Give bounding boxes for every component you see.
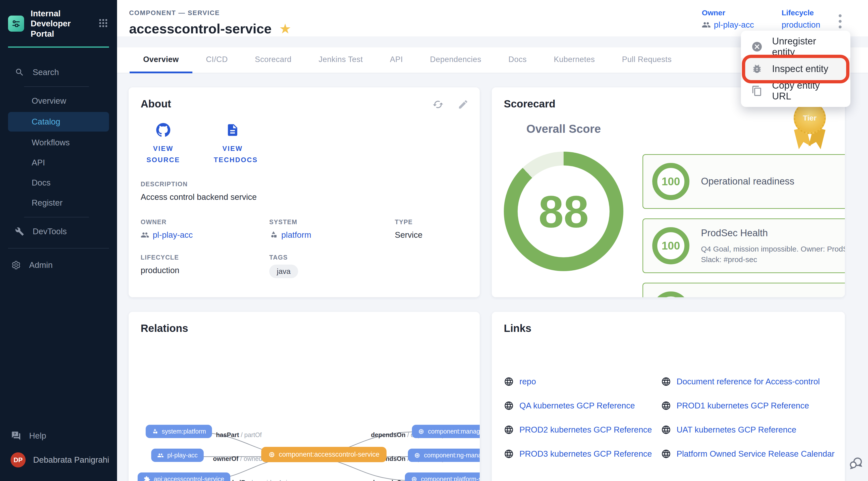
globe-icon xyxy=(504,425,514,435)
sidebar-user[interactable]: DP Debabrata Panigrahi xyxy=(0,446,117,474)
tier-badge-label: Tier xyxy=(803,114,816,122)
sidebar-item-catalog[interactable]: Catalog xyxy=(8,112,109,132)
sidebar-item-register[interactable]: Register xyxy=(0,193,117,213)
sidebar-divider xyxy=(24,86,89,87)
link-prod2-kubernetes[interactable]: PROD2 kubernetes GCP Reference xyxy=(504,425,652,435)
link-release-calendar[interactable]: Platform Owned Service Release Calendar xyxy=(661,449,835,459)
favorite-star-icon[interactable]: ★ xyxy=(279,22,291,35)
menu-item-inspect-entity[interactable]: Inspect entity xyxy=(741,58,850,80)
metric-card-operational-readiness[interactable]: 100 Operational readiness xyxy=(643,154,845,209)
tab-scorecard[interactable]: Scorecard xyxy=(241,47,305,73)
metric-score-ring: 100 xyxy=(652,163,689,200)
metric-title: Operational readiness xyxy=(701,175,842,188)
tab-pull-requests[interactable]: Pull Requests xyxy=(608,47,685,73)
tab-docs[interactable]: Docs xyxy=(495,47,540,73)
lifecycle-label: Lifecycle xyxy=(782,8,820,17)
sidebar-item-devtools[interactable]: DevTools xyxy=(0,221,117,242)
description-label: DESCRIPTION xyxy=(141,181,468,188)
tab-cicd[interactable]: CI/CD xyxy=(192,47,241,73)
sidebar-item-api[interactable]: API xyxy=(0,153,117,173)
edit-pencil-icon[interactable] xyxy=(458,99,469,111)
tag-chip[interactable]: java xyxy=(269,265,298,278)
sidebar-item-overview[interactable]: Overview xyxy=(0,91,117,111)
globe-icon xyxy=(504,401,514,411)
overall-score-gauge: 88 xyxy=(504,152,623,271)
overall-score-value: 88 xyxy=(504,152,623,271)
link-prod3-kubernetes[interactable]: PROD3 kubernetes GCP Reference xyxy=(504,449,652,459)
node-component-platform-service[interactable]: component:platform-service xyxy=(405,473,480,481)
metric-score-ring: 100 xyxy=(652,227,689,264)
sidebar-item-docs[interactable]: Docs xyxy=(0,173,117,193)
chip-icon xyxy=(411,476,417,481)
node-component-manager[interactable]: component:manager xyxy=(412,425,480,438)
lifecycle-value: production xyxy=(782,20,820,30)
view-techdocs-link[interactable]: VIEW TECHDOCS xyxy=(210,123,255,165)
people-icon xyxy=(702,20,711,29)
link-uat-kubernetes[interactable]: UAT kubernetes GCP Reference xyxy=(661,425,835,435)
links-heading: Links xyxy=(504,322,833,334)
entity-context-menu: Unregister entity Inspect entity Copy en… xyxy=(741,31,850,107)
tab-dependencies[interactable]: Dependencies xyxy=(416,47,495,73)
node-pl-play-acc[interactable]: pl-play-acc xyxy=(151,449,204,462)
apps-grid-icon[interactable] xyxy=(98,18,108,29)
sidebar: Internal Developer Portal Search Overvie… xyxy=(0,0,117,481)
search-icon xyxy=(14,67,25,77)
avatar: DP xyxy=(10,452,26,468)
tab-overview[interactable]: Overview xyxy=(130,47,192,73)
sidebar-item-label: Workflows xyxy=(32,138,70,147)
tab-kubernetes[interactable]: Kubernetes xyxy=(540,47,609,73)
system-field: SYSTEM platform xyxy=(269,218,395,240)
system-shapes-icon xyxy=(152,428,158,435)
user-name: Debabrata Panigrahi xyxy=(33,455,109,465)
metric-card-prodsec-vulnerability[interactable]: 100 ProdSec-Vulnerability Management xyxy=(643,283,845,297)
system-shapes-icon xyxy=(269,231,278,239)
menu-item-unregister-entity[interactable]: Unregister entity xyxy=(741,36,850,58)
owner-link[interactable]: pl-play-acc xyxy=(702,20,754,30)
sidebar-divider xyxy=(8,248,109,249)
menu-item-copy-entity-url[interactable]: Copy entity URL xyxy=(741,80,850,102)
node-api-accesscontrol-service[interactable]: api:accesscontrol-service xyxy=(137,473,230,481)
sidebar-item-workflows[interactable]: Workflows xyxy=(0,133,117,153)
link-repo[interactable]: repo xyxy=(504,377,652,387)
svg-text:?: ? xyxy=(13,432,16,436)
help-label: Help xyxy=(29,431,46,441)
link-doc-reference[interactable]: Document reference for Access-control xyxy=(661,377,835,387)
sidebar-item-admin[interactable]: Admin xyxy=(0,255,117,275)
node-system-platform[interactable]: system:platform xyxy=(146,425,212,438)
view-source-link[interactable]: VIEW SOURCE xyxy=(141,123,186,165)
tab-jenkins-test[interactable]: Jenkins Test xyxy=(305,47,376,73)
metric-card-prodsec-health[interactable]: 100 ProdSec Health Q4 Goal, mission impo… xyxy=(643,218,845,273)
tab-api[interactable]: API xyxy=(376,47,416,73)
relations-card: Relations hasPart / partOf ownerOf / own… xyxy=(129,312,480,481)
sidebar-divider xyxy=(24,217,89,217)
app-logo-icon[interactable] xyxy=(8,15,24,32)
owner-value-link[interactable]: pl-play-acc xyxy=(141,230,269,240)
links-card: Links repo Document reference for Access… xyxy=(492,312,845,481)
lifecycle-field-value: production xyxy=(141,266,269,275)
sidebar-item-help[interactable]: ? Help xyxy=(0,426,117,446)
sidebar-item-label: Docs xyxy=(32,178,51,188)
chip-icon xyxy=(268,451,275,458)
owner-block: Owner pl-play-acc xyxy=(702,8,754,30)
cancel-circle-icon xyxy=(751,41,763,53)
sidebar-item-search[interactable]: Search xyxy=(0,62,117,82)
feedback-chat-icon[interactable] xyxy=(848,455,864,473)
owner-label: Owner xyxy=(702,8,754,17)
node-component-ng-manager[interactable]: component:ng-manager xyxy=(408,449,480,462)
node-component-accesscontrol-service[interactable]: component:accesscontrol-service xyxy=(261,447,386,462)
entity-meta: Owner pl-play-acc Lifecycle production xyxy=(702,8,820,30)
metric-description: Q4 Goal, mission impossible. Owner: Prod… xyxy=(701,244,845,265)
refresh-icon[interactable] xyxy=(433,99,443,111)
globe-icon xyxy=(661,449,671,459)
relations-graph: hasPart / partOf ownerOf / ownedBy apiPr… xyxy=(129,312,480,481)
sidebar-item-label: Catalog xyxy=(32,117,60,127)
link-qa-kubernetes[interactable]: QA kubernetes GCP Reference xyxy=(504,401,652,411)
people-icon xyxy=(157,452,164,459)
globe-icon xyxy=(504,449,514,459)
system-value-link[interactable]: platform xyxy=(269,230,395,240)
more-options-kebab-icon[interactable] xyxy=(836,12,844,32)
sidebar-spacer xyxy=(0,275,117,426)
link-prod1-kubernetes[interactable]: PROD1 kubernetes GCP Reference xyxy=(661,401,835,411)
sidebar-header: Internal Developer Portal xyxy=(0,0,117,45)
gear-icon xyxy=(10,260,22,270)
